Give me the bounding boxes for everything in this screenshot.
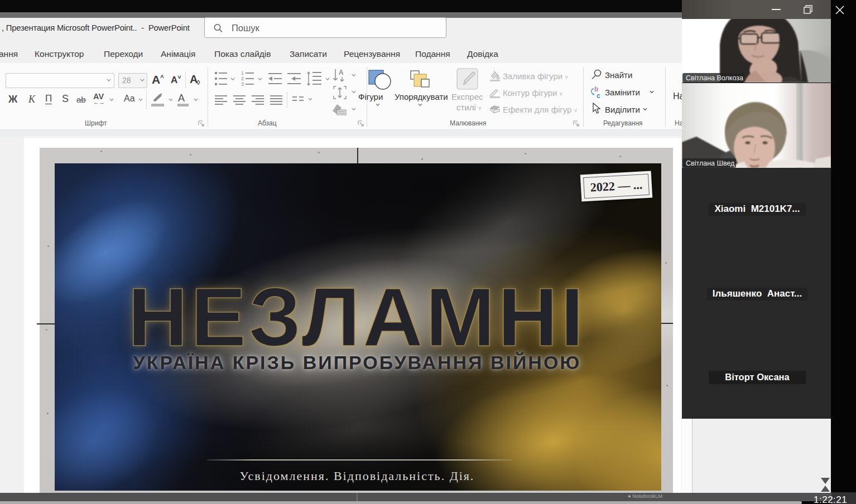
- svg-text:c: c: [597, 92, 600, 100]
- svg-text:3: 3: [241, 81, 244, 87]
- svg-text:1: 1: [241, 70, 244, 76]
- svg-text:2: 2: [241, 76, 244, 81]
- svg-text:А: А: [339, 69, 344, 76]
